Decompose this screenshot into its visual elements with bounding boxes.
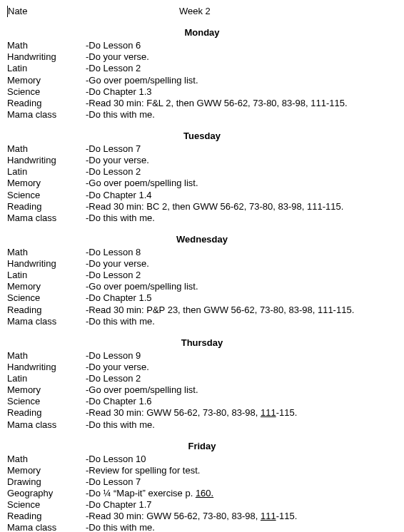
day-header: Tuesday (7, 131, 397, 142)
schedule-row: Science-Do Chapter 1.4 (7, 190, 397, 201)
subject-label: Handwriting (7, 362, 86, 373)
task-text: -Do Chapter 1.3 (86, 86, 397, 98)
week-label: Week 2 (179, 6, 211, 17)
task-text: -Do your verse. (86, 155, 397, 166)
task-text: -Do this with me. (86, 109, 397, 121)
task-text: -Do Lesson 2 (86, 270, 397, 281)
task-text: -Do this with me. (86, 213, 397, 224)
day-header: Monday (7, 27, 397, 39)
day-header: Friday (7, 441, 397, 452)
subject-label: Math (7, 143, 86, 155)
subject-label: Latin (7, 166, 86, 178)
schedule-row: Handwriting-Do your verse. (7, 362, 397, 373)
schedule-row: Math-Do Lesson 10 (7, 454, 397, 465)
header-row: Nate Week 2 (7, 6, 397, 17)
subject-label: Mama class (7, 522, 86, 532)
schedule-row: Science-Do Chapter 1.5 (7, 292, 397, 304)
task-text: -Do Lesson 9 (86, 350, 397, 362)
subject-label: Handwriting (7, 155, 86, 166)
schedule-row: Mama class-Do this with me. (7, 213, 397, 224)
subject-label: Memory (7, 75, 86, 86)
task-text: -Do your verse. (86, 362, 397, 373)
subject-label: Math (7, 350, 86, 362)
day-block: Math-Do Lesson 10Memory-Review for spell… (7, 454, 397, 532)
subject-label: Drawing (7, 476, 86, 488)
task-text: -Do Lesson 7 (86, 143, 397, 155)
schedule-row: Reading-Read 30 min: GWW 56-62, 73-80, 8… (7, 511, 397, 522)
task-text: -Go over poem/spelling list. (86, 384, 397, 396)
subject-label: Memory (7, 281, 86, 292)
schedule-row: Drawing-Do Lesson 7 (7, 476, 397, 488)
subject-label: Mama class (7, 109, 86, 121)
task-text: -Do Chapter 1.4 (86, 190, 397, 201)
task-text: -Go over poem/spelling list. (86, 281, 397, 292)
schedule-row: Handwriting-Do your verse. (7, 51, 397, 63)
day-block: Math-Do Lesson 6Handwriting-Do your vers… (7, 40, 397, 121)
student-name: Nate (7, 6, 179, 17)
task-text: -Do ¼ “Map-it” exercise p. 160. (86, 488, 397, 499)
task-text: -Do Lesson 7 (86, 476, 397, 488)
task-text: -Do your verse. (86, 258, 397, 270)
schedule-row: Math-Do Lesson 8 (7, 247, 397, 258)
schedule-row: Science-Do Chapter 1.3 (7, 86, 397, 98)
schedule-row: Latin-Do Lesson 2 (7, 166, 397, 178)
task-text: -Do this with me. (86, 419, 397, 431)
schedule-row: Mama class-Do this with me. (7, 522, 397, 532)
task-text: -Do Lesson 2 (86, 373, 397, 384)
subject-label: Geography (7, 488, 86, 499)
task-text: -Do Lesson 8 (86, 247, 397, 258)
schedule-row: Reading-Read 30 min: BC 2, then GWW 56-6… (7, 201, 397, 213)
subject-label: Latin (7, 270, 86, 281)
schedule-row: Reading-Read 30 min: P&P 23, then GWW 56… (7, 305, 397, 316)
schedule-row: Memory-Go over poem/spelling list. (7, 281, 397, 292)
subject-label: Science (7, 86, 86, 98)
schedule-row: Geography-Do ¼ “Map-it” exercise p. 160. (7, 488, 397, 499)
subject-label: Handwriting (7, 51, 86, 63)
subject-label: Reading (7, 305, 86, 316)
schedule-row: Reading-Read 30 min: F&L 2, then GWW 56-… (7, 98, 397, 109)
task-text: -Do Chapter 1.6 (86, 396, 397, 407)
task-text: -Read 30 min: F&L 2, then GWW 56-62, 73-… (86, 98, 397, 109)
task-text: -Do Lesson 2 (86, 63, 397, 74)
task-text: -Do this with me. (86, 522, 397, 532)
day-header: Thursday (7, 337, 397, 349)
subject-label: Memory (7, 178, 86, 189)
subject-label: Mama class (7, 213, 86, 224)
task-text: -Do Lesson 10 (86, 454, 397, 465)
subject-label: Reading (7, 98, 86, 109)
task-text: -Do Lesson 6 (86, 40, 397, 51)
day-header: Wednesday (7, 234, 397, 245)
schedule-row: Latin-Do Lesson 2 (7, 270, 397, 281)
subject-label: Latin (7, 63, 86, 74)
subject-label: Memory (7, 465, 86, 476)
task-text: -Read 30 min: BC 2, then GWW 56-62, 73-8… (86, 201, 397, 213)
schedule-row: Handwriting-Do your verse. (7, 155, 397, 166)
schedule-row: Math-Do Lesson 9 (7, 350, 397, 362)
subject-label: Math (7, 454, 86, 465)
schedule-row: Memory-Go over poem/spelling list. (7, 178, 397, 189)
subject-label: Mama class (7, 419, 86, 431)
task-text: -Do Chapter 1.7 (86, 499, 397, 511)
subject-label: Memory (7, 384, 86, 396)
subject-label: Latin (7, 373, 86, 384)
subject-label: Science (7, 396, 86, 407)
task-text: -Do Chapter 1.5 (86, 292, 397, 304)
task-text: -Do your verse. (86, 51, 397, 63)
task-text: -Read 30 min: GWW 56-62, 73-80, 83-98, 1… (86, 511, 397, 522)
subject-label: Reading (7, 201, 86, 213)
schedule-row: Mama class-Do this with me. (7, 419, 397, 431)
subject-label: Science (7, 190, 86, 201)
schedule-row: Latin-Do Lesson 2 (7, 63, 397, 74)
schedule-row: Latin-Do Lesson 2 (7, 373, 397, 384)
day-block: Math-Do Lesson 7Handwriting-Do your vers… (7, 143, 397, 224)
schedule-row: Mama class-Do this with me. (7, 109, 397, 121)
schedule-row: Science-Do Chapter 1.7 (7, 499, 397, 511)
subject-label: Science (7, 499, 86, 511)
subject-label: Mama class (7, 316, 86, 327)
schedule-row: Memory-Review for spelling for test. (7, 465, 397, 476)
schedule-row: Math-Do Lesson 6 (7, 40, 397, 51)
subject-label: Reading (7, 407, 86, 419)
task-text: -Do Lesson 2 (86, 166, 397, 178)
task-text: -Read 30 min: GWW 56-62, 73-80, 83-98, 1… (86, 407, 397, 419)
task-text: -Go over poem/spelling list. (86, 75, 397, 86)
